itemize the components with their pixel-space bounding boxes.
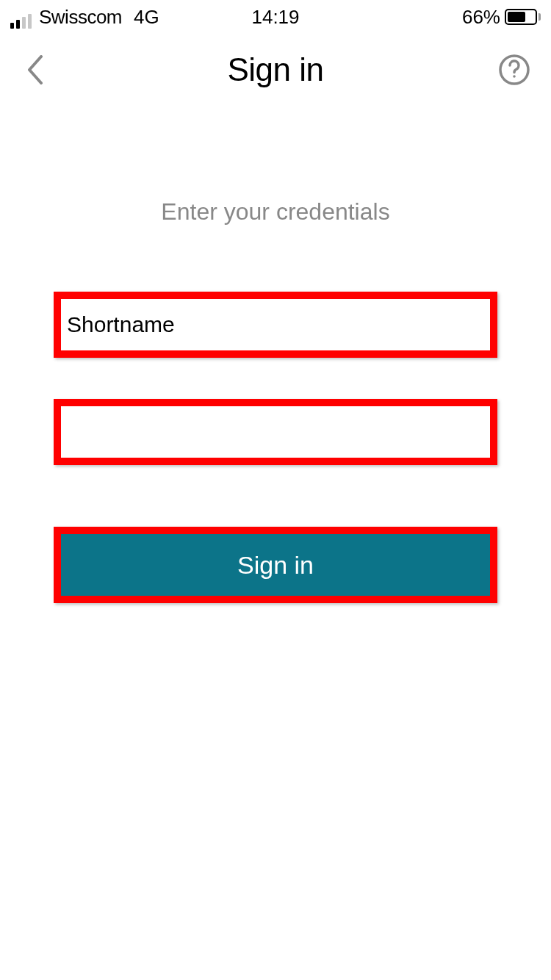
username-input[interactable] — [61, 299, 490, 350]
carrier-label: Swisscom — [39, 6, 122, 29]
signin-highlight: Sign in — [54, 527, 497, 603]
battery-percent: 66% — [462, 6, 500, 29]
chevron-left-icon — [26, 55, 44, 84]
password-input[interactable] — [61, 406, 490, 458]
clock: 14:19 — [251, 6, 299, 29]
signal-strength-icon — [10, 12, 32, 29]
subtitle: Enter your credentials — [161, 198, 389, 226]
help-button[interactable] — [498, 54, 530, 86]
svg-point-1 — [513, 75, 516, 78]
password-highlight — [54, 399, 497, 465]
form-area: Enter your credentials Sign in — [0, 110, 551, 603]
username-highlight — [54, 292, 497, 358]
signin-button[interactable]: Sign in — [61, 534, 490, 596]
status-right: 66% — [462, 6, 541, 29]
battery-icon — [505, 9, 541, 25]
nav-bar: Sign in — [0, 29, 551, 110]
network-label: 4G — [134, 6, 159, 29]
status-bar: Swisscom 4G 14:19 66% — [0, 0, 551, 29]
page-title: Sign in — [227, 51, 323, 88]
back-button[interactable] — [21, 55, 50, 84]
status-left: Swisscom 4G — [10, 6, 159, 29]
help-icon — [498, 54, 530, 86]
